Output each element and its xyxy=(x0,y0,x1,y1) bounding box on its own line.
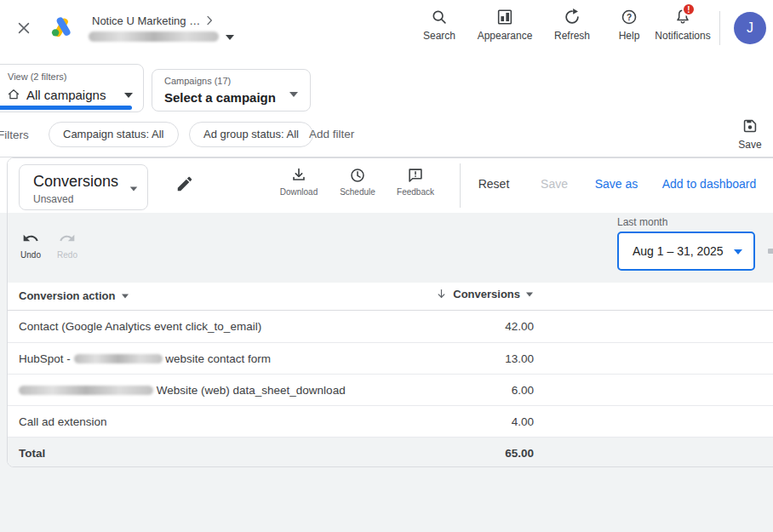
total-value-cell: 65.00 xyxy=(505,447,534,460)
appearance-label: Appearance xyxy=(478,30,533,42)
conversions-value-cell: 42.00 xyxy=(505,320,534,333)
campaigns-dropdown-caret-icon xyxy=(289,92,298,97)
add-filter-button[interactable]: Add filter xyxy=(309,122,354,147)
help-label: Help xyxy=(619,30,640,42)
svg-text:?: ? xyxy=(627,13,632,22)
conversions-header-label: Conversions xyxy=(453,288,520,300)
avatar[interactable]: J xyxy=(734,12,766,44)
redacted-text xyxy=(74,354,163,363)
view-filter-dropdown[interactable]: View (2 filters) All campaigns xyxy=(0,64,144,112)
redacted-text xyxy=(19,386,153,395)
close-button[interactable] xyxy=(15,20,32,37)
download-label: Download xyxy=(280,187,318,197)
notifications-button[interactable]: ! Notifications xyxy=(644,8,721,42)
notifications-label: Notifications xyxy=(655,30,710,42)
date-range-value: Aug 1 – 31, 2025 xyxy=(633,244,724,258)
toolbar-divider xyxy=(460,163,461,208)
table-row: HubSpot - website contact form 13.00 xyxy=(8,342,773,374)
close-icon xyxy=(15,20,32,37)
redo-icon xyxy=(59,230,76,247)
account-dropdown-caret-icon[interactable] xyxy=(226,35,234,40)
clipped-control-fragment xyxy=(768,249,773,254)
report-name: Conversions xyxy=(33,173,118,191)
report-type-dropdown[interactable]: Conversions Unsaved xyxy=(19,164,148,210)
undo-label: Undo xyxy=(20,250,41,260)
column-menu-caret-icon xyxy=(526,292,533,296)
report-toolbar: Conversions Unsaved Download Schedule xyxy=(8,158,773,213)
top-bar: Notice U Marketing … Search Appearance R… xyxy=(0,0,773,56)
conversions-value-cell: 4.00 xyxy=(512,415,534,428)
column-header-conversions[interactable]: Conversions xyxy=(435,288,534,300)
undo-button[interactable]: Undo xyxy=(11,230,50,260)
column-menu-caret-icon xyxy=(122,294,129,298)
redacted-account-id[interactable] xyxy=(89,31,219,42)
appearance-button[interactable]: Appearance xyxy=(467,8,543,42)
filter-chip-ad-group-status[interactable]: Ad group status: All xyxy=(189,122,313,147)
notification-badge: ! xyxy=(682,3,696,16)
save-as-button[interactable]: Save as xyxy=(595,177,638,191)
active-view-underline xyxy=(0,106,132,110)
download-icon xyxy=(289,166,308,185)
save-filters-button[interactable]: Save xyxy=(730,117,770,151)
table-row: Website (web) data_sheet_download 6.00 xyxy=(8,374,773,405)
save-floppy-icon xyxy=(741,117,759,135)
search-label: Search xyxy=(423,30,455,42)
filters-title: Filters xyxy=(0,129,29,141)
view-filter-label: View (2 filters) xyxy=(8,72,66,82)
conversions-value-cell: 13.00 xyxy=(505,352,534,365)
table-row: Contact (Google Analytics event click_to… xyxy=(8,311,773,342)
undo-icon xyxy=(22,230,39,247)
conversion-action-cell: Contact (Google Analytics event click_to… xyxy=(19,320,261,333)
edit-button[interactable] xyxy=(168,167,202,201)
conversion-action-cell: Call ad extension xyxy=(19,415,107,428)
view-filter-value: All campaigns xyxy=(26,88,106,102)
help-icon: ? xyxy=(620,8,638,26)
controls-strip: Undo Redo Last month Aug 1 – 31, 2025 xyxy=(8,213,773,283)
campaigns-value: Select a campaign xyxy=(164,90,276,105)
date-preset-label: Last month xyxy=(617,216,667,228)
sort-descending-icon xyxy=(435,288,448,300)
column-header-conversion-action[interactable]: Conversion action xyxy=(19,289,129,302)
save-filters-label: Save xyxy=(738,139,761,151)
search-icon xyxy=(430,8,449,26)
date-range-picker[interactable]: Aug 1 – 31, 2025 xyxy=(617,232,755,271)
chevron-right-icon[interactable] xyxy=(203,14,216,27)
download-button[interactable]: Download xyxy=(271,166,327,197)
schedule-label: Schedule xyxy=(340,187,375,197)
refresh-icon xyxy=(563,8,581,26)
table-header-row: Conversion action Conversions xyxy=(8,283,773,311)
report-status: Unsaved xyxy=(33,193,73,205)
appearance-icon xyxy=(495,8,514,26)
save-button[interactable]: Save xyxy=(541,177,568,191)
redo-label: Redo xyxy=(57,250,77,260)
account-name[interactable]: Notice U Marketing … xyxy=(92,14,200,27)
pencil-icon xyxy=(175,174,194,193)
feedback-button[interactable]: Feedback xyxy=(387,166,444,197)
campaigns-dropdown[interactable]: Campaigns (17) Select a campaign xyxy=(152,69,311,112)
date-range-caret-icon xyxy=(734,249,742,255)
feedback-icon xyxy=(406,166,425,185)
redo-button[interactable]: Redo xyxy=(48,230,87,260)
conversion-action-header-label: Conversion action xyxy=(19,289,115,302)
clock-icon xyxy=(348,166,367,185)
table-total-row: Total 65.00 xyxy=(8,437,773,467)
report-card: Conversions Unsaved Download Schedule xyxy=(7,157,773,467)
refresh-label: Refresh xyxy=(554,30,590,42)
table-row: Call ad extension 4.00 xyxy=(8,405,773,437)
filter-chip-campaign-status[interactable]: Campaign status: All xyxy=(49,122,179,147)
add-to-dashboard-button[interactable]: Add to dashboard xyxy=(662,177,757,191)
google-ads-logo-icon xyxy=(49,14,73,38)
conversion-action-cell: Website (web) data_sheet_download xyxy=(19,384,346,397)
report-dropdown-caret-icon xyxy=(130,186,138,191)
conversion-action-cell: HubSpot - website contact form xyxy=(19,352,271,365)
conversions-value-cell: 6.00 xyxy=(512,384,534,397)
bell-icon: ! xyxy=(673,8,692,26)
view-dropdown-caret-icon xyxy=(124,93,133,98)
topbar-divider xyxy=(719,11,720,45)
schedule-button[interactable]: Schedule xyxy=(329,166,386,197)
total-label-cell: Total xyxy=(19,447,45,460)
reset-button[interactable]: Reset xyxy=(478,177,510,191)
home-icon xyxy=(6,87,21,102)
feedback-label: Feedback xyxy=(397,187,434,197)
campaigns-label: Campaigns (17) xyxy=(164,76,231,86)
